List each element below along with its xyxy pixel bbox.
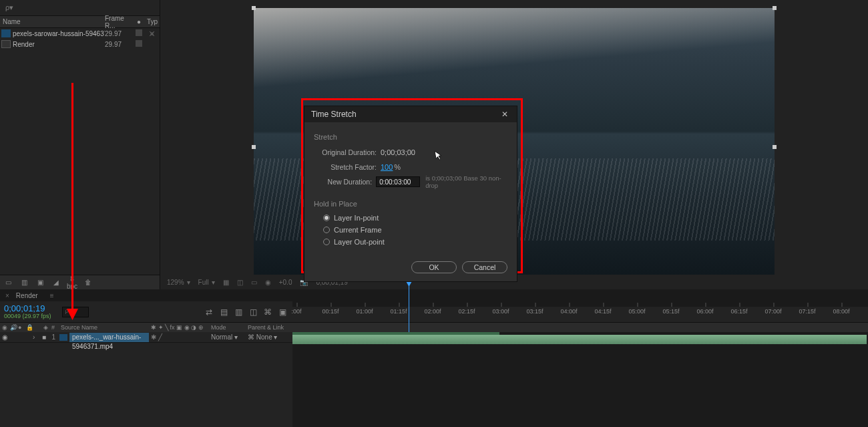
col-name[interactable]: Name (0, 18, 105, 25)
motion-blur-icon[interactable]: ▥ (232, 306, 244, 318)
hold-in-place-label: Hold in Place (314, 200, 507, 208)
switches-col[interactable]: ✱ ✦ ╲ fx ▣ ◉ ◑ ⊕ (149, 324, 209, 331)
timeline-track-area[interactable] (292, 332, 868, 427)
ruler-tick: 02:15f (458, 308, 475, 315)
ruler-tick: 04:15f (594, 308, 611, 315)
ruler-tick: 07:15f (799, 308, 815, 315)
shy-icon[interactable]: ⇄ (203, 306, 215, 318)
mode-col[interactable]: Mode (209, 324, 246, 331)
folder-icon[interactable]: ▥ (19, 279, 29, 286)
layer-number: 1 (48, 333, 57, 341)
radio-icon (323, 239, 330, 245)
project-footer: ▭ ▥ ▣ ◢ 8 bpc 🗑 (0, 275, 160, 289)
ok-button[interactable]: OK (411, 261, 457, 273)
ruler-tick: 07:00f (765, 308, 781, 315)
new-duration-input[interactable] (376, 176, 420, 187)
eye-icon[interactable]: ◉ (0, 333, 7, 341)
comp-icon (1, 40, 11, 48)
dialog-title-text: Time Stretch (311, 110, 357, 119)
ruler-tick: 04:00f (560, 308, 577, 315)
timeline-tabs: × Render ≡ (0, 289, 868, 301)
item-label (133, 40, 145, 48)
search-icon: ρ▾ (5, 3, 13, 12)
new-duration-meta: is 0;00;03;00 Base 30 non-drop (425, 174, 507, 189)
original-duration-value: 0;00;03;00 (381, 148, 415, 156)
item-name: pexels-sarowar-hussain-5946371.mp4 (13, 30, 105, 37)
ruler-tick: 06:15f (730, 308, 747, 315)
layer-mode[interactable]: Normal ▾ (209, 333, 246, 341)
original-duration-label: Original Duration: (314, 148, 381, 156)
mask-icon[interactable]: ◫ (237, 279, 243, 286)
stretch-factor-label: Stretch Factor: (314, 163, 381, 171)
num-col[interactable]: # (49, 324, 59, 331)
project-item[interactable]: Render 29.97 (0, 39, 160, 49)
grid-icon[interactable]: ▦ (223, 279, 229, 286)
layer-duration-bar[interactable] (292, 335, 867, 344)
tab-close-icon[interactable]: × (0, 292, 9, 299)
current-frame: 00049 (29.97 fps) (4, 313, 51, 319)
ruler-tick: 06:00f (696, 308, 713, 315)
layer-switches[interactable]: ✱ ╱ (149, 333, 209, 341)
twirl-icon[interactable]: › (31, 333, 40, 341)
source-name-col[interactable]: Source Name (59, 324, 149, 331)
ruler-tick: :00f (291, 308, 301, 315)
col-framerate[interactable]: Frame R... (105, 15, 133, 29)
item-name: Render (13, 41, 105, 48)
time-ruler[interactable]: :00f00:15f01:00f01:15f02:00f02:15f03:00f… (292, 301, 868, 322)
adjust-icon[interactable]: ◢ (51, 279, 61, 286)
render-icon[interactable]: ▣ (276, 306, 288, 318)
link-icon[interactable]: ⌘ (262, 306, 274, 318)
item-type: ⯏ (145, 30, 160, 37)
radio-layer-in-point[interactable]: Layer In-point (314, 212, 507, 224)
interpret-icon[interactable]: ▭ (3, 279, 13, 286)
new-comp-icon[interactable]: ▣ (35, 279, 45, 286)
ruler-tick: 03:00f (492, 308, 509, 315)
item-framerate: 29.97 (105, 30, 133, 37)
frame-blend-icon[interactable]: ▤ (218, 306, 230, 318)
ruler-tick: 05:15f (662, 308, 679, 315)
current-timecode[interactable]: 0;00;01;19 (4, 304, 51, 313)
region-icon[interactable]: ▭ (251, 279, 257, 286)
cancel-button[interactable]: Cancel (462, 261, 507, 273)
radio-layer-out-point[interactable]: Layer Out-point (314, 236, 507, 248)
audio-col-icon[interactable]: 🔊 (8, 324, 16, 331)
item-framerate: 29.97 (105, 41, 133, 48)
trash-icon[interactable]: 🗑 (83, 279, 93, 286)
layer-parent[interactable]: ⌘ None ▾ (246, 333, 292, 341)
col-label[interactable]: ● (133, 18, 145, 25)
stretch-section-label: Stretch (314, 133, 507, 141)
layer-label[interactable]: ■ (40, 333, 48, 341)
radio-current-frame[interactable]: Current Frame (314, 224, 507, 236)
radio-icon (323, 215, 330, 221)
ruler-tick: 08:00f (833, 308, 849, 315)
col-type[interactable]: Typ (145, 18, 160, 25)
zoom-control[interactable]: 129% ▾ (167, 279, 190, 286)
ruler-tick: 03:15f (526, 308, 543, 315)
close-icon[interactable]: ✕ (499, 110, 510, 119)
solo-col-icon[interactable]: ● (16, 324, 24, 331)
layer-row[interactable]: ◉ › ■ 1 pexels-..._war-hussain-5946371.m… (0, 332, 292, 343)
project-item[interactable]: pexels-sarowar-hussain-5946371.mp4 29.97… (0, 28, 160, 39)
eye-col-icon[interactable]: ◉ (0, 324, 8, 331)
parent-col[interactable]: Parent & Link (246, 324, 292, 331)
project-column-headers[interactable]: Name Frame R... ● Typ (0, 16, 160, 28)
channel-icon[interactable]: ◉ (265, 279, 271, 286)
ruler-tick: 01:15f (390, 308, 407, 315)
annotation-red-arrow (69, 83, 76, 321)
label-col[interactable]: ◈ (41, 324, 49, 331)
ruler-tick: 01:00f (356, 308, 373, 315)
resolution-control[interactable]: Full ▾ (198, 279, 215, 286)
stretch-factor-input[interactable]: 100 (381, 163, 393, 171)
dialog-titlebar[interactable]: Time Stretch ✕ (304, 106, 517, 122)
project-search[interactable]: ρ▾ (0, 0, 160, 16)
timeline-panel: × Render ≡ 0;00;01;19 00049 (29.97 fps) … (0, 289, 868, 427)
layer-source-name[interactable]: pexels-..._war-hussain-5946371.mp4 (69, 333, 149, 342)
time-stretch-dialog: Time Stretch ✕ Stretch Original Duration… (304, 106, 517, 282)
item-label (133, 29, 145, 37)
exposure-control[interactable]: +0.0 (279, 279, 292, 286)
ruler-tick: 02:00f (424, 308, 441, 315)
footage-icon (59, 334, 67, 341)
timeline-tab[interactable]: Render (9, 292, 45, 299)
graph-icon[interactable]: ◫ (247, 306, 259, 318)
lock-col-icon[interactable]: 🔒 (24, 324, 32, 331)
